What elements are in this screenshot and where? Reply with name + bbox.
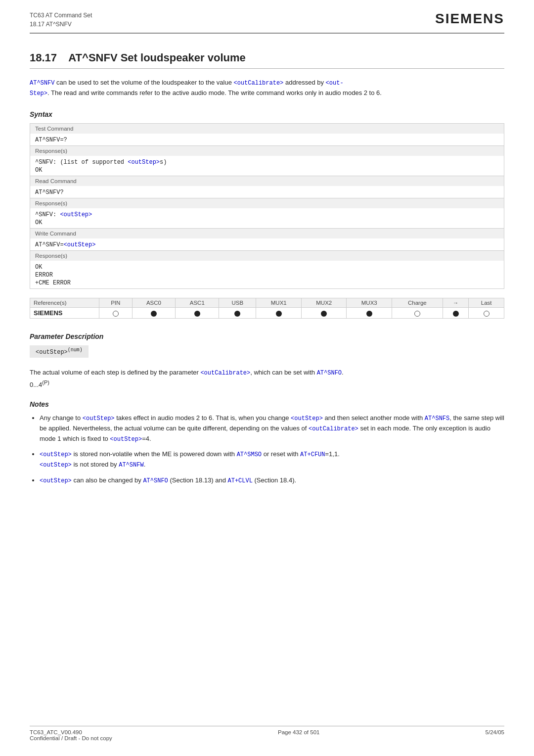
circle-filled-asc0 (151, 311, 157, 317)
reference-table: Reference(s) PIN ASC0 ASC1 USB MUX1 MUX2… (30, 298, 504, 319)
ref-asc0-val (132, 308, 176, 319)
ref-header-usb: USB (219, 298, 256, 308)
param-code1: <outCalibrate> (200, 370, 250, 377)
param-box-container: <outStep>(num) (30, 345, 504, 363)
note3-text3: (Section 18.4). (253, 476, 296, 484)
note1-code2: <outStep> (291, 415, 323, 422)
intro-text3: . The read and write commands refer to t… (47, 89, 382, 96)
note2-text1: is stored non-volatile when the ME is po… (72, 450, 237, 458)
syntax-label: Syntax (30, 110, 504, 118)
note2-code3: AT+CFUN (300, 451, 325, 458)
ref-arrow-val (443, 308, 469, 319)
intro-cmd: AT^SNFV (30, 80, 54, 87)
read-response-row: ^SNFV: <outStep> OK (30, 208, 504, 229)
note1-code3: AT^SNFS (425, 415, 449, 422)
note2-text5: . (144, 461, 146, 468)
header-brand: SIEMENS (435, 11, 504, 27)
circle-filled-mux1 (276, 311, 282, 317)
write-command-value: AT^SNFV=<outStep> (30, 238, 504, 251)
ref-header-last: Last (469, 298, 504, 308)
read-command-label: Read Command (30, 176, 504, 187)
ref-header-row: Reference(s) PIN ASC0 ASC1 USB MUX1 MUX2… (30, 298, 504, 308)
note2-text4: is not stored by (72, 461, 119, 468)
note2-code4: <outStep> (40, 462, 72, 469)
header-subtitle: 18.17 AT^SNFV (30, 20, 92, 29)
write-response-label-row: Response(s) (30, 251, 504, 261)
note2-text2: or reset with (262, 450, 300, 458)
syntax-table: Test Command AT^SNFV=? Response(s) ^SNFV… (30, 123, 504, 289)
read-command-code: AT^SNFV? (35, 189, 64, 196)
write-response-row: OK ERROR +CME ERROR (30, 261, 504, 289)
note2-code1: <outStep> (40, 451, 72, 458)
note2-code5: AT^SNFW (119, 462, 143, 469)
test-response-ok: OK (35, 167, 42, 174)
ref-header-label: Reference(s) (30, 298, 99, 308)
header-title: TC63 AT Command Set (30, 11, 92, 20)
note1-text1: Any change to (40, 414, 83, 422)
write-command-code: AT^SNFV=<outStep> (35, 241, 95, 248)
write-response-label: Response(s) (30, 251, 504, 261)
note3-code3: AT+CLVL (228, 477, 253, 484)
header-left: TC63 AT Command Set 18.17 AT^SNFV (30, 11, 92, 29)
circle-filled-usb (234, 311, 240, 317)
test-command-label: Test Command (30, 124, 504, 134)
param-range: 0...4(P) (30, 381, 49, 388)
note2-text3: =1,1. (325, 450, 340, 458)
test-command-code: AT^SNFV=? (35, 137, 67, 143)
page-header: TC63 AT Command Set 18.17 AT^SNFV SIEMEN… (30, 0, 504, 34)
write-response-content: OK ERROR +CME ERROR (30, 261, 504, 289)
ref-header-charge: Charge (392, 298, 443, 308)
note-item-2: <outStep> is stored non-volatile when th… (40, 449, 504, 470)
ref-last-val (469, 308, 504, 319)
write-response-ok: OK (35, 264, 42, 271)
notes-list: Any change to <outStep> takes effect in … (40, 413, 504, 486)
section-heading: 18.17 AT^SNFV Set loudspeaker volume (30, 51, 504, 69)
test-command-label-row: Test Command (30, 124, 504, 134)
note1-text6: =4. (142, 435, 151, 442)
read-response-line1: ^SNFV: <outStep> (35, 211, 92, 218)
param-box-text: <outStep> (36, 349, 68, 356)
circle-empty-last (484, 311, 490, 317)
circle-filled-asc1 (194, 311, 200, 317)
footer-doc-id: TC63_ATC_V00.490 Confidential / Draft - … (30, 729, 112, 741)
footer-center: Page 432 of 501 (278, 729, 319, 741)
ref-mux2-val (301, 308, 347, 319)
read-command-value: AT^SNFV? (30, 186, 504, 198)
test-response-row: ^SNFV: (list of supported <outStep>s) OK (30, 156, 504, 176)
page-footer: TC63_ATC_V00.490 Confidential / Draft - … (30, 726, 504, 741)
notes-label: Notes (30, 400, 504, 408)
read-response-ok: OK (35, 219, 42, 226)
note3-text1: can also be changed by (72, 476, 143, 484)
note3-code1: <outStep> (40, 477, 72, 484)
section-number: 18.17 (30, 51, 57, 64)
test-response-line1: ^SNFV: (list of supported <outStep>s) (35, 159, 167, 166)
ref-mux1-val (256, 308, 302, 319)
note1-code1: <outStep> (83, 415, 115, 422)
circle-empty-charge (414, 311, 420, 317)
ref-header-mux3: MUX3 (347, 298, 392, 308)
param-text1: The actual volume of each step is define… (30, 369, 200, 376)
write-command-label: Write Command (30, 229, 504, 239)
section-title: AT^SNFV Set loudspeaker volume (68, 51, 245, 64)
test-response-label: Response(s) (30, 146, 504, 156)
footer-left: TC63_ATC_V00.490 Confidential / Draft - … (30, 729, 112, 741)
param-text3: , which can be set with (250, 369, 316, 376)
ref-charge-val (392, 308, 443, 319)
ref-mux3-val (347, 308, 392, 319)
read-response-label-row: Response(s) (30, 198, 504, 209)
note-item-3: <outStep> can also be changed by AT^SNFO… (40, 475, 504, 486)
note3-code2: AT^SNFO (143, 477, 168, 484)
footer-right: 5/24/05 (486, 729, 504, 741)
note1-text2: takes effect in audio modes 2 to 6. That… (115, 414, 291, 422)
write-response-cme: +CME ERROR (35, 280, 71, 286)
note2-code2: AT^SMSO (237, 451, 262, 458)
test-response-content: ^SNFV: (list of supported <outStep>s) OK (30, 156, 504, 176)
ref-data-row: SIEMENS (30, 308, 504, 319)
param-range-sup: (P) (42, 379, 49, 385)
ref-header-pin: PIN (99, 298, 133, 308)
circle-empty-pin (113, 311, 119, 317)
param-desc-label: Parameter Description (30, 332, 504, 340)
test-command-value: AT^SNFV=? (30, 134, 504, 146)
ref-header-arrow: → (443, 298, 469, 308)
param-description-text: The actual volume of each step is define… (30, 368, 504, 390)
